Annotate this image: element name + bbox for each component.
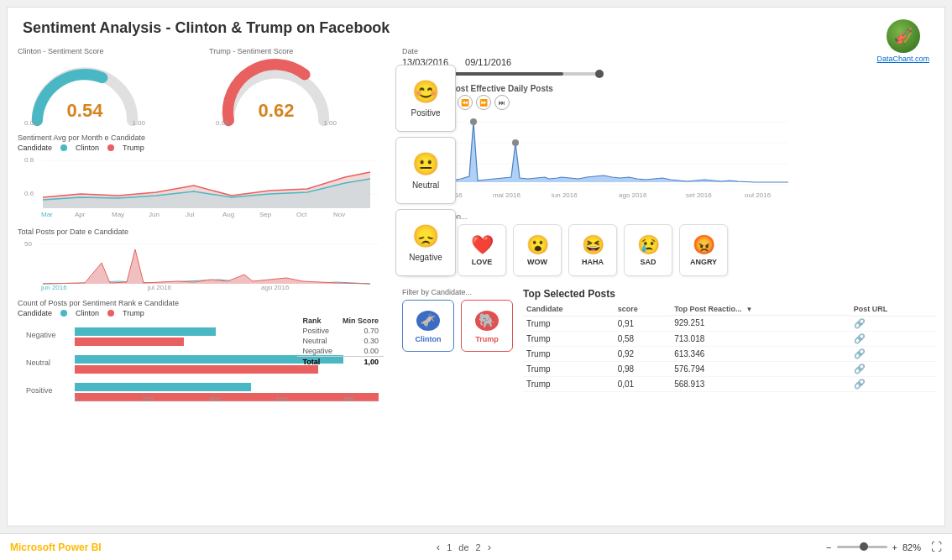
- reaction-filter-section: Filter by Reaction... 👍 LIKE ❤️ LOVE 😮: [402, 212, 936, 283]
- zoom-handle: [860, 542, 868, 551]
- zoom-slider[interactable]: [837, 546, 887, 548]
- datachant-url[interactable]: DataChant.com: [876, 55, 929, 63]
- date-values: 13/03/2016 09/11/2016: [402, 57, 936, 67]
- dashboard: Sentiment Analysis - Clinton & Trump on …: [7, 7, 945, 526]
- trump-gauge-max: 1.00: [323, 119, 337, 127]
- clinton-gauge-wrap: 0.54 0.00 1.00: [18, 57, 152, 128]
- trump-candidate-btn[interactable]: 🐘 Trump: [461, 300, 513, 352]
- positive-sentiment-btn[interactable]: 😊 Positive: [395, 65, 456, 132]
- clinton-candidate-btn[interactable]: 🫏 Clinton: [402, 300, 454, 352]
- zoom-controls: − + 82% ⛶: [826, 541, 942, 553]
- timeline-chart-svg: 0,80M 0,60M 0,40M 0,20M: [402, 113, 788, 206]
- sad-emoji: 😢: [637, 234, 660, 256]
- powerbi-link[interactable]: Microsoft Power BI: [10, 542, 102, 553]
- dashboard-title: Sentiment Analysis - Clinton & Trump on …: [8, 8, 944, 44]
- timeline-label: Timeline of Most Effective Daily Posts: [402, 84, 936, 93]
- link-icon-4[interactable]: 🔗: [854, 379, 866, 389]
- rank-row-neutral: Neutral 0.30: [297, 336, 384, 346]
- negative-trump-bar: [75, 338, 184, 346]
- candidate-filter-label: Filter by Candidate...: [402, 288, 513, 296]
- date-slider-handle: [595, 70, 604, 78]
- main-container: Sentiment Analysis - Clinton & Trump on …: [0, 0, 952, 560]
- svg-text:ago 2016: ago 2016: [619, 191, 647, 199]
- angry-label: ANGRY: [690, 258, 717, 266]
- zoom-minus[interactable]: −: [826, 542, 831, 552]
- post-row-0: Trump 0,91 929.251 🔗: [523, 316, 936, 331]
- trump-gauge-container: Trump - Sentiment Score 0.62 0.00 1.00: [209, 47, 384, 128]
- sad-label: SAD: [640, 258, 656, 266]
- svg-text:Sep: Sep: [259, 211, 272, 218]
- trump-gauge-label: Trump - Sentiment Score: [209, 47, 384, 55]
- haha-btn[interactable]: 😆 HAHA: [568, 224, 617, 276]
- link-icon-0[interactable]: 🔗: [854, 318, 866, 328]
- negative-clinton-bar: [75, 327, 216, 336]
- gauges-row: Clinton - Sentiment Score 0.54 0.00 1.00: [18, 44, 384, 128]
- fast-fwd-btn[interactable]: ⏭: [494, 95, 510, 110]
- neutral-sentiment-btn[interactable]: 😐 Neutral: [395, 137, 456, 204]
- posts-table-header-row: Candidate score Top Post Reactio...▼ Pos…: [523, 303, 936, 316]
- spike-circle-2: [512, 139, 519, 146]
- svg-text:Apr: Apr: [75, 211, 86, 218]
- link-icon-3[interactable]: 🔗: [854, 364, 866, 374]
- prev-page-btn[interactable]: ‹: [437, 541, 440, 553]
- svg-text:0.8: 0.8: [24, 156, 34, 164]
- rank-table-container: Rank Min Score Positive 0.70 N: [297, 316, 384, 367]
- count-trump-label: Trump: [123, 309, 144, 317]
- timeline-section: Timeline of Most Effective Daily Posts ▶…: [402, 84, 936, 207]
- trump-gauge-wrap: 0.62 0.00 1.00: [209, 57, 343, 128]
- trump-gauge-value: 0.62: [259, 100, 295, 122]
- datachant-logo: 🎻 DataChant.com: [876, 19, 929, 63]
- fullscreen-icon[interactable]: ⛶: [931, 541, 942, 553]
- angry-btn[interactable]: 😡 ANGRY: [679, 224, 728, 276]
- dashboard-body: Clinton - Sentiment Score 0.54 0.00 1.00: [8, 44, 944, 526]
- datachant-icon: 🎻: [887, 19, 920, 53]
- top-posts-title: Top Selected Posts: [523, 288, 936, 300]
- negative-sentiment-btn[interactable]: 😞 Negative: [395, 209, 456, 276]
- rank-header: Rank: [297, 316, 337, 326]
- svg-text:🐘: 🐘: [479, 312, 495, 328]
- wow-btn[interactable]: 😮 WOW: [513, 224, 562, 276]
- page-current: 1: [447, 542, 452, 552]
- svg-text:Aug: Aug: [222, 211, 234, 218]
- positive-trump-bar: [75, 393, 379, 401]
- link-icon-1[interactable]: 🔗: [854, 333, 866, 343]
- playback-controls: ▶ ⏸ ⏮ ⏪ ⏩ ⏭: [402, 95, 936, 110]
- rank-row-negative: Negative 0.00: [297, 346, 384, 357]
- haha-label: HAHA: [582, 258, 604, 266]
- total-posts-section: Total Posts por Date e Candidate 50 jun …: [18, 228, 384, 294]
- negative-emoji: 😞: [412, 223, 439, 249]
- bottom-toolbar: Microsoft Power BI ‹ 1 de 2 › − + 82% ⛶: [0, 533, 952, 560]
- trump-legend-dot: [107, 144, 114, 151]
- post-row-3: Trump 0,98 576.794 🔗: [523, 361, 936, 376]
- svg-text:Oct: Oct: [296, 211, 307, 218]
- svg-text:Nov: Nov: [333, 211, 345, 218]
- clinton-gauge-max: 1.00: [132, 119, 145, 127]
- next-page-btn[interactable]: ›: [488, 541, 491, 553]
- top-posts-section: Top Selected Posts Candidate score Top P…: [523, 288, 936, 392]
- sentiment-avg-section: Sentiment Avg por Month e Candidate Cand…: [18, 133, 384, 222]
- svg-text:400: 400: [209, 395, 221, 403]
- positive-btn-label: Positive: [411, 108, 440, 118]
- date-section: Date 13/03/2016 09/11/2016: [402, 44, 936, 79]
- zoom-plus[interactable]: +: [892, 542, 897, 552]
- date-end: 09/11/2016: [465, 57, 511, 67]
- svg-text:50: 50: [24, 240, 32, 248]
- post-row-1: Trump 0,58 713.018 🔗: [523, 331, 936, 346]
- clinton-gauge-container: Clinton - Sentiment Score 0.54 0.00 1.00: [18, 47, 192, 128]
- svg-text:jun 2016: jun 2016: [40, 284, 67, 291]
- clinton-legend-dot: [60, 144, 67, 151]
- col-reactions: Top Post Reactio...▼: [671, 303, 850, 316]
- zoom-level: 82%: [902, 542, 921, 552]
- clinton-gauge-min: 0.00: [24, 119, 38, 127]
- total-posts-label: Total Posts por Date e Candidate: [18, 228, 384, 236]
- love-btn[interactable]: ❤️ LOVE: [458, 224, 506, 276]
- step-fwd-btn[interactable]: ⏩: [476, 95, 491, 110]
- svg-text:mai 2016: mai 2016: [493, 191, 520, 199]
- svg-text:0: 0: [75, 395, 79, 403]
- step-back-btn[interactable]: ⏪: [458, 95, 473, 110]
- link-icon-2[interactable]: 🔗: [854, 348, 866, 359]
- col-score: score: [615, 303, 672, 316]
- positive-emoji: 😊: [412, 79, 439, 105]
- svg-text:Neutral: Neutral: [26, 359, 50, 367]
- sad-btn[interactable]: 😢 SAD: [624, 224, 672, 276]
